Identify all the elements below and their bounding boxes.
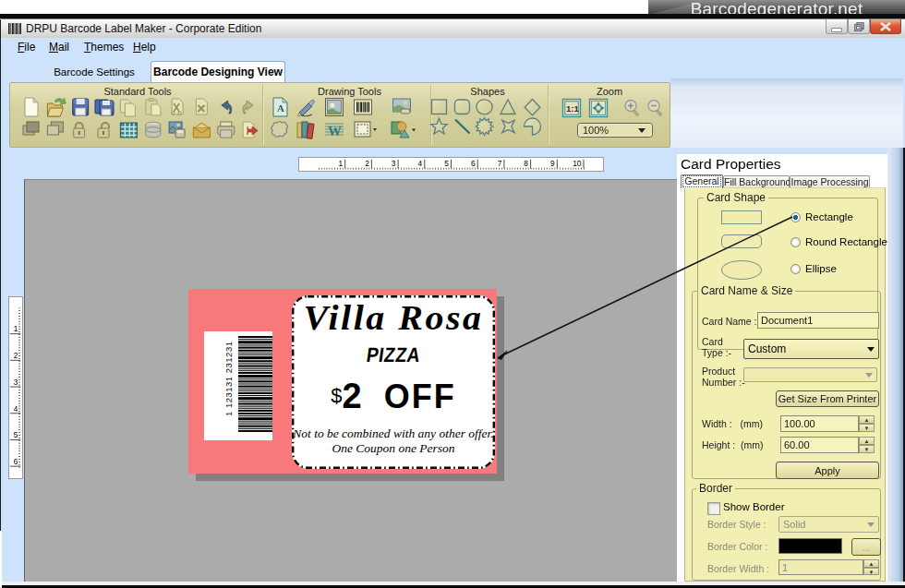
- svg-text:W: W: [328, 124, 342, 138]
- svg-text:A: A: [277, 102, 284, 114]
- svg-text:5: 5: [14, 430, 18, 439]
- svg-text:3: 3: [392, 159, 396, 168]
- svg-text:2: 2: [365, 159, 369, 168]
- svg-text:1:1: 1:1: [566, 103, 579, 114]
- svg-text:1: 1: [14, 324, 18, 333]
- svg-text:9: 9: [550, 159, 555, 168]
- svg-text:3: 3: [14, 378, 18, 387]
- svg-text:2: 2: [14, 351, 18, 360]
- svg-text:5: 5: [444, 159, 449, 168]
- svg-text:8: 8: [524, 159, 528, 168]
- svg-text:7: 7: [498, 159, 502, 168]
- svg-text:4: 4: [418, 159, 423, 168]
- svg-text:4: 4: [14, 404, 18, 414]
- svg-text:6: 6: [14, 457, 18, 466]
- svg-text:1: 1: [338, 159, 343, 168]
- svg-text:100%: 100%: [583, 125, 609, 136]
- svg-text:6: 6: [471, 159, 476, 168]
- svg-text:1 123131 231231: 1 123131 231231: [223, 342, 234, 416]
- svg-text:10: 10: [573, 159, 582, 168]
